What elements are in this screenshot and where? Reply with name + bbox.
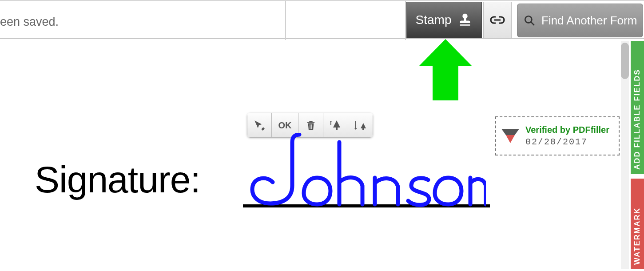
signature-field-label: Signature: [35, 158, 200, 201]
verified-stamp[interactable]: Verified by PDFfiller 02/28/2017 [495, 116, 620, 155]
toolbar-divider [405, 1, 406, 40]
search-icon [524, 15, 535, 26]
verified-stamp-date: 02/28/2017 [525, 137, 609, 147]
signature-drawing[interactable] [246, 133, 486, 209]
svg-line-1 [531, 22, 534, 25]
size-up-button[interactable] [323, 113, 348, 138]
link-button[interactable] [483, 2, 512, 38]
svg-marker-6 [506, 135, 515, 143]
stamp-icon [457, 12, 473, 28]
svg-rect-4 [311, 124, 312, 129]
status-text: een saved. [0, 15, 59, 29]
scrollbar-thumb[interactable] [621, 43, 629, 79]
stamp-button-label: Stamp [416, 13, 452, 27]
trash-icon [306, 120, 316, 131]
verified-stamp-title: Verified by PDFfiller [525, 125, 609, 135]
cursor-move-icon [254, 120, 265, 131]
watermark-label: WATERMARK [633, 207, 642, 265]
ok-button[interactable]: OK [272, 113, 298, 138]
add-fillable-fields-tab[interactable]: ADD FILLABLE FIELDS [631, 41, 644, 174]
svg-point-0 [525, 16, 532, 23]
tree-up-icon [329, 120, 342, 131]
add-fillable-fields-label: ADD FILLABLE FIELDS [633, 69, 642, 170]
delete-button[interactable] [298, 113, 323, 138]
highlight-arrow-icon [419, 39, 472, 100]
stamp-button[interactable]: Stamp [406, 2, 482, 38]
link-icon [490, 15, 505, 25]
watermark-tab[interactable]: WATERMARK [631, 179, 644, 269]
tree-down-icon [354, 120, 367, 131]
move-tool-button[interactable] [247, 113, 272, 138]
top-toolbar: een saved. Stamp Find Another Form [0, 0, 644, 39]
svg-marker-5 [501, 129, 519, 135]
ok-button-label: OK [278, 120, 292, 131]
size-down-button[interactable] [348, 113, 373, 138]
signature-line [243, 204, 490, 207]
svg-rect-3 [310, 124, 310, 129]
search-placeholder: Find Another Form [541, 14, 637, 28]
find-form-search[interactable]: Find Another Form [517, 4, 643, 37]
toolbar-divider [285, 1, 286, 40]
verified-stamp-text: Verified by PDFfiller 02/28/2017 [525, 125, 609, 147]
svg-marker-2 [419, 39, 472, 100]
pdffiller-logo-icon [501, 127, 520, 145]
signature-edit-toolbar: OK [247, 113, 373, 138]
